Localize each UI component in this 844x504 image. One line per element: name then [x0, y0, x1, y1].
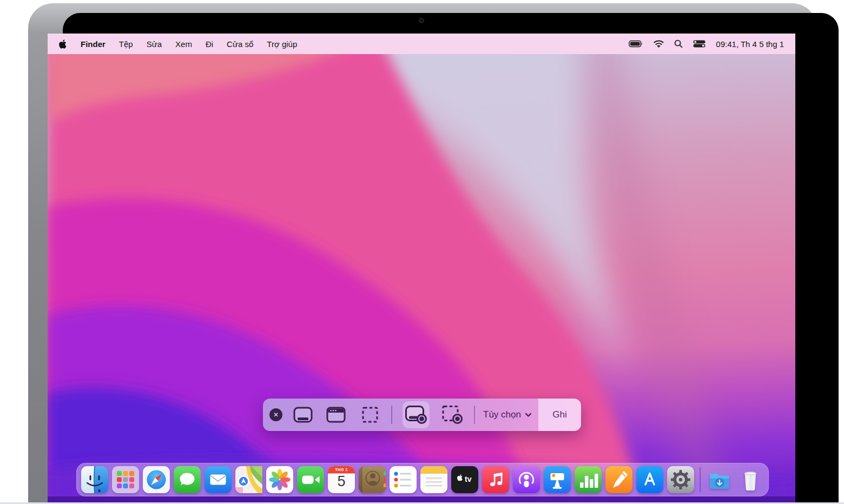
close-icon: ✕ [273, 411, 279, 419]
menu-item-view[interactable]: Xem [175, 39, 192, 49]
battery-icon[interactable] [629, 40, 643, 48]
photos-icon [266, 466, 293, 493]
podcasts-icon [513, 466, 540, 493]
apple-tv-label: tv [465, 475, 471, 483]
app-store-icon [636, 466, 663, 493]
dock-item-contacts[interactable] [359, 466, 386, 493]
reminders-icon [390, 466, 417, 493]
dock-item-podcasts[interactable] [513, 466, 540, 493]
options-label: Tùy chọn [483, 409, 521, 420]
chevron-down-icon [525, 413, 532, 417]
numbers-icon [575, 466, 602, 493]
dock-item-downloads[interactable] [706, 466, 733, 493]
dock-item-calendar[interactable]: THG 1 5 [328, 466, 355, 493]
toolbar-divider [474, 406, 475, 424]
menu-item-window[interactable]: Cửa sổ [227, 39, 253, 49]
record-selection-icon [441, 405, 464, 425]
dock-item-maps[interactable] [235, 466, 262, 493]
dock-item-apple-tv[interactable]: tv [451, 466, 478, 493]
menu-bar-clock[interactable]: 09:41, Th 4 5 thg 1 [716, 39, 784, 49]
dock-item-reminders[interactable] [390, 466, 417, 493]
capture-selection-icon [361, 406, 379, 423]
launchpad-icon [112, 466, 139, 493]
calendar-month-label: THG 1 [328, 467, 355, 472]
dock-item-launchpad[interactable] [112, 466, 139, 493]
menu-bar: Finder Tệp Sửa Xem Đi Cửa sổ Trợ giúp [48, 34, 795, 54]
capture-selection-button[interactable] [358, 403, 382, 427]
dock-item-facetime[interactable] [297, 466, 324, 493]
desktop-wallpaper [48, 34, 795, 504]
system-preferences-icon [667, 466, 694, 493]
dock-divider [700, 467, 701, 492]
dock-item-finder[interactable] [81, 466, 108, 493]
mail-icon [205, 466, 232, 493]
apple-menu[interactable] [59, 39, 67, 49]
keynote-icon [544, 466, 571, 493]
calendar-day-label: 5 [328, 473, 355, 490]
pages-icon [605, 466, 632, 493]
menu-item-help[interactable]: Trợ giúp [267, 39, 297, 49]
record-entire-screen-button[interactable] [404, 403, 428, 427]
menu-item-edit[interactable]: Sửa [147, 39, 162, 49]
menu-item-go[interactable]: Đi [206, 39, 213, 49]
contacts-icon [359, 466, 386, 493]
menu-bar-status: 09:41, Th 4 5 thg 1 [629, 39, 784, 49]
wifi-icon[interactable] [654, 40, 664, 48]
capture-window-icon [326, 406, 346, 423]
music-icon [482, 466, 509, 493]
maps-icon [235, 466, 262, 493]
apple-logo-icon [59, 39, 67, 49]
control-center-icon[interactable] [693, 40, 705, 48]
dock-item-system-preferences[interactable] [667, 466, 694, 493]
dock-item-numbers[interactable] [575, 466, 602, 493]
safari-icon [143, 466, 170, 493]
trash-icon [737, 466, 764, 493]
record-screen-icon [405, 405, 427, 425]
notes-icon [420, 466, 447, 493]
record-button[interactable]: Ghi [538, 399, 581, 431]
screenshot-toolbar: ✕ [263, 399, 581, 431]
dock-item-notes[interactable] [420, 466, 447, 493]
menu-item-finder[interactable]: Finder [81, 39, 106, 49]
spotlight-search-icon[interactable] [674, 39, 683, 48]
dock-item-safari[interactable] [143, 466, 170, 493]
capture-screen-icon [293, 406, 313, 423]
options-button[interactable]: Tùy chọn [478, 399, 537, 431]
screen: Finder Tệp Sửa Xem Đi Cửa sổ Trợ giúp [48, 34, 795, 504]
facetime-icon [297, 466, 324, 493]
dock-item-mail[interactable] [205, 466, 232, 493]
webcam-icon [419, 18, 424, 23]
dock-item-app-store[interactable] [636, 466, 663, 493]
record-label: Ghi [552, 409, 566, 420]
record-selection-button[interactable] [440, 403, 464, 427]
downloads-folder-icon [706, 466, 733, 493]
finder-icon [81, 466, 108, 493]
menu-item-file[interactable]: Tệp [119, 39, 133, 49]
toolbar-divider [391, 406, 392, 424]
dock-item-photos[interactable] [266, 466, 293, 493]
close-button[interactable]: ✕ [269, 408, 282, 421]
running-indicator-dot [98, 489, 101, 492]
dock-item-pages[interactable] [605, 466, 632, 493]
capture-window-button[interactable] [324, 403, 348, 427]
dock-item-music[interactable] [482, 466, 509, 493]
capture-entire-screen-button[interactable] [291, 403, 315, 427]
dock-item-messages[interactable] [174, 466, 201, 493]
page: { "menu_bar": { "app_menu": "Finder", "m… [0, 0, 844, 504]
dock-item-trash[interactable] [737, 466, 764, 493]
messages-icon [174, 466, 201, 493]
dock: THG 1 5 [76, 463, 769, 496]
dock-item-keynote[interactable] [544, 466, 571, 493]
